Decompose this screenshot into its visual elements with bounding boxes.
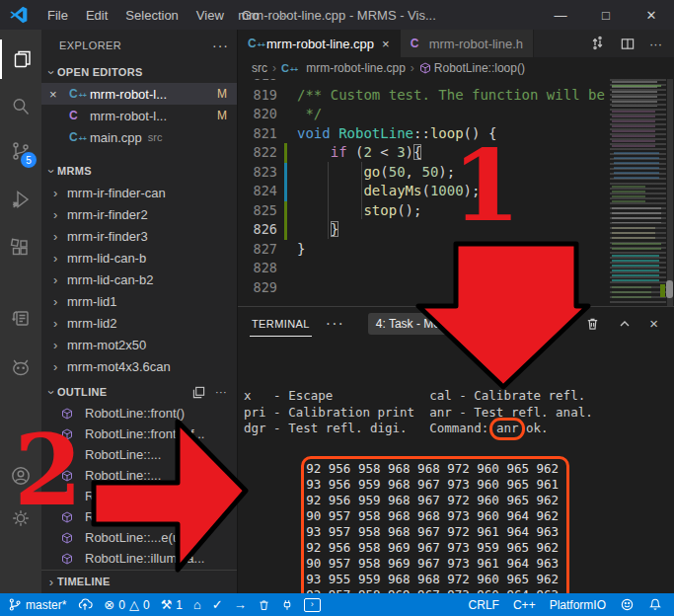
chevron-down-icon: ›	[44, 165, 59, 177]
close-icon[interactable]: ✕	[629, 0, 674, 30]
line-number: 820	[238, 105, 277, 124]
notifications-button[interactable]	[648, 597, 662, 612]
minimap[interactable]	[610, 79, 666, 306]
outline-item[interactable]: RobotLine::...e(uin...	[41, 527, 237, 548]
folder-item[interactable]: ›mrm-ir-finder2	[41, 203, 237, 225]
language-status[interactable]: C++	[513, 598, 536, 612]
line-number: 824	[238, 182, 277, 201]
chevron-down-icon: ›	[44, 66, 59, 78]
tab-mrm-robot-line-cpp[interactable]: C++ mrm-robot-line.cpp ×	[238, 30, 401, 57]
scroll-handle[interactable]	[666, 280, 673, 298]
terminal-selector[interactable]: 4: Task - Moni	[368, 313, 490, 335]
terminal-panel: TERMINAL ··· 4: Task - Moni × x - Escape…	[238, 306, 674, 593]
folder-item[interactable]: ›mrm-lid2	[41, 312, 237, 334]
chevron-right-icon: ›	[53, 338, 67, 352]
line-number: 829	[238, 278, 277, 298]
outline-item[interactable]: RobotLine::illumina...	[41, 548, 237, 569]
menu-item[interactable]: File	[38, 8, 77, 23]
pio-home-button[interactable]: ⌂	[193, 597, 201, 612]
editor-tab-bar: C++ mrm-robot-line.cpp × C mrm-robot-lin…	[238, 30, 674, 57]
extensions-icon[interactable]	[0, 229, 41, 269]
tools-status[interactable]: ⚒ 1	[161, 597, 183, 612]
cpp-file-icon: C++	[248, 37, 262, 50]
line-number: 822	[238, 143, 277, 163]
c-header-file-icon: C	[69, 109, 85, 122]
panel-header: TERMINAL ··· 4: Task - Moni ×	[238, 307, 674, 340]
menu-item[interactable]: Selection	[116, 8, 187, 23]
collapse-all-icon[interactable]	[192, 386, 205, 399]
split-editor-icon[interactable]	[620, 37, 636, 51]
section-open-editors[interactable]: › OPEN EDITORS	[41, 61, 237, 83]
maximize-panel-icon[interactable]	[618, 317, 632, 331]
close-editor-icon[interactable]: ×	[49, 83, 57, 105]
kill-terminal-icon[interactable]	[585, 316, 600, 332]
open-editor-item[interactable]: Cmrm-robot-l...M	[41, 105, 237, 126]
minimap-code-block	[612, 85, 661, 88]
folder-item[interactable]: ›mrm-mot2x50	[41, 334, 237, 355]
folder-item[interactable]: ›mrm-mot4x3.6can	[41, 355, 237, 377]
section-project[interactable]: › MRMS	[41, 160, 237, 182]
warning-icon: △	[129, 597, 139, 612]
editor-scrollbar[interactable]	[666, 79, 674, 306]
folder-item[interactable]: ›mrm-lid1	[41, 290, 237, 312]
pio-terminal-button[interactable]: ›	[304, 598, 321, 612]
open-editor-item[interactable]: ×C++mrm-robot-l...M	[41, 83, 237, 105]
close-panel-icon[interactable]: ×	[649, 315, 658, 332]
symbol-method-icon	[61, 553, 79, 565]
file-label: mrm-robot-l...	[90, 87, 167, 102]
code-line[interactable]: 820 */	[238, 105, 674, 124]
pio-clean-button[interactable]	[258, 598, 270, 612]
sync-changes-button[interactable]	[77, 597, 93, 612]
platform-status[interactable]: PlatformIO	[550, 598, 606, 612]
folder-item[interactable]: ›mrm-lid-can-b2	[41, 269, 237, 290]
tab-close-icon[interactable]: ×	[382, 37, 390, 51]
explorer-icon[interactable]	[0, 39, 43, 79]
source-control-icon[interactable]: 5	[0, 131, 41, 171]
code-line[interactable]: 819/** Custom test. The function will be…	[238, 86, 674, 106]
tab-mrm-robot-line-h[interactable]: C mrm-robot-line.h	[401, 30, 534, 57]
maximize-icon[interactable]: □	[583, 0, 629, 30]
gutter-change-bar	[284, 143, 287, 163]
pio-serial-monitor-button[interactable]	[281, 598, 293, 612]
vscode-window: FileEditSelectionViewGo··· mrm-robot-lin…	[0, 0, 674, 616]
sidebar-more-icon[interactable]: ···	[212, 38, 229, 53]
minimap-code-block	[612, 243, 661, 251]
gutter-change-bar	[284, 124, 287, 144]
folder-item[interactable]: ›mrm-ir-finder-can	[41, 182, 237, 203]
outline-more-icon[interactable]: ···	[215, 386, 227, 398]
terminal-line: pri - Calibration print anr - Test refl.…	[244, 405, 674, 422]
status-bar: master* ⊗ 0 △ 0 ⚒ 1 ⌂ ✓ →	[0, 593, 674, 616]
minimize-icon[interactable]: —	[538, 0, 583, 30]
pio-upload-button[interactable]: →	[234, 597, 247, 612]
folder-item[interactable]: ›mrm-ir-finder3	[41, 225, 237, 247]
sensor-data-row: 92 956 959 968 967 972 960 965 962	[306, 493, 559, 508]
run-debug-icon[interactable]	[0, 180, 41, 219]
folder-item[interactable]: ›mrm-lid-can-b	[41, 247, 237, 269]
line-number: 823	[238, 163, 277, 183]
panel-more-icon[interactable]: ···	[326, 315, 344, 333]
project-tasks-icon[interactable]	[0, 298, 41, 338]
modified-badge: M	[217, 87, 227, 101]
pio-build-button[interactable]: ✓	[212, 597, 223, 612]
chevron-right-icon: ›	[53, 294, 67, 309]
eol-status[interactable]: CRLF	[469, 598, 499, 612]
minimap-code-block	[612, 227, 655, 239]
git-branch-status[interactable]: master*	[8, 597, 66, 612]
menu-item[interactable]: Edit	[77, 8, 116, 23]
editor-more-icon[interactable]: ···	[649, 37, 662, 51]
section-timeline[interactable]: › TIMELINE	[41, 570, 237, 592]
platformio-icon[interactable]	[0, 347, 41, 387]
code-line[interactable]: 829	[238, 278, 674, 298]
search-icon[interactable]	[0, 87, 41, 126]
code-line[interactable]: 828	[238, 259, 674, 278]
open-changes-icon[interactable]	[589, 36, 606, 51]
terminal-output[interactable]: x - Escape cal - Calibrate refl.pri - Ca…	[238, 340, 674, 593]
open-editor-item[interactable]: C++main.cppsrc	[41, 126, 237, 148]
section-outline[interactable]: › OUTLINE ···	[41, 381, 237, 403]
problems-status[interactable]: ⊗ 0 △ 0	[104, 597, 149, 612]
menu-item[interactable]: View	[187, 8, 233, 23]
cpp-file-icon: C++	[281, 62, 298, 74]
breadcrumb[interactable]: src› C++ mrm-robot-line.cpp› RobotLine::…	[238, 57, 674, 79]
feedback-button[interactable]	[620, 597, 635, 612]
tab-terminal[interactable]: TERMINAL	[250, 310, 312, 337]
